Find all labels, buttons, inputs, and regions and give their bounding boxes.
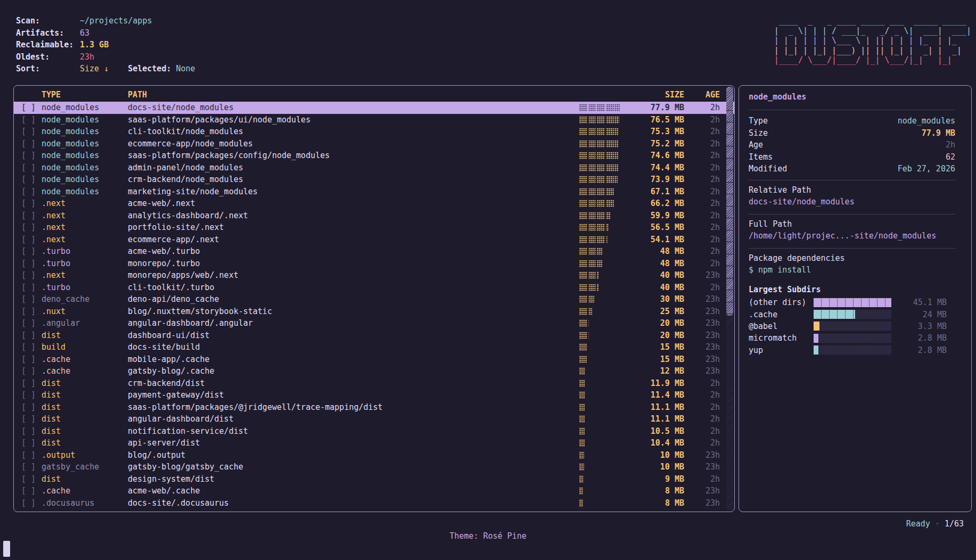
subdir-value: 2.8 MB — [891, 333, 955, 343]
table-row[interactable]: [ ].cachegatsby-blog/.cache12 MB23h — [14, 365, 734, 377]
row-checkbox[interactable]: [ ] — [21, 318, 35, 328]
table-row[interactable]: [ ]node_modulescrm-backend/node_modules7… — [14, 174, 734, 186]
table-row[interactable]: [ ].docusaurusdocs-site/.docusaurus8 MB2… — [14, 497, 734, 509]
table-row[interactable]: [ ]node_modulessaas-platform/packages/co… — [14, 150, 734, 162]
row-checkbox[interactable]: [ ] — [21, 187, 35, 196]
table-row[interactable]: [ ]node_modulesdocs-site/node_modules77.… — [14, 102, 734, 114]
row-checkbox[interactable]: [ ] — [21, 331, 35, 340]
column-header-type[interactable]: TYPE — [42, 90, 121, 100]
row-checkbox[interactable]: [ ] — [21, 307, 35, 316]
table-row[interactable]: [ ]deno_cachedeno-api/deno_cache30 MB23h — [14, 293, 734, 306]
table-row[interactable]: [ ].outputblog/.output10 MB23h — [14, 449, 734, 462]
row-size: 30 MB — [631, 294, 684, 304]
table-row[interactable]: [ ].nextmonorepo/apps/web/.next40 MB23h — [14, 269, 734, 282]
row-checkbox[interactable]: [ ] — [21, 127, 35, 136]
table-rows: [ ]node_modulesdocs-site/node_modules77.… — [14, 102, 734, 509]
row-checkbox[interactable]: [ ] — [21, 175, 35, 184]
row-checkbox[interactable]: [ ] — [21, 223, 35, 232]
row-checkbox[interactable]: [ ] — [21, 103, 35, 112]
row-path: acme-web/.turbo — [128, 246, 573, 256]
table-row[interactable]: [ ].nextanalytics-dashboard/.next59.9 MB… — [14, 210, 734, 222]
table-row[interactable]: [ ]builddocs-site/build15 MB23h — [14, 341, 734, 353]
table-row[interactable]: [ ]distnotification-service/dist10.5 MB2… — [14, 425, 734, 438]
row-checkbox[interactable]: [ ] — [21, 355, 35, 364]
ascii-logo-line: | _ \| | | / ___|_ _/ _ \| ___| ___| — [774, 26, 971, 36]
scan-stat-label: Scan: — [16, 16, 80, 26]
table-row[interactable]: [ ]distcrm-backend/dist11.9 MB2h — [14, 377, 734, 390]
row-checkbox[interactable]: [ ] — [21, 151, 35, 160]
row-checkbox[interactable]: [ ] — [21, 378, 35, 388]
subdir-row: (other dirs)45.1 MB — [749, 297, 955, 308]
divider — [749, 248, 955, 249]
row-checkbox[interactable]: [ ] — [21, 294, 35, 304]
table-row[interactable]: [ ]node_modulesadmin-panel/node_modules7… — [14, 162, 734, 174]
table-row[interactable]: [ ]distangular-dashboard/dist11.1 MB2h — [14, 413, 734, 425]
table-row[interactable]: [ ].nextecommerce-app/.next54.1 MB2h — [14, 234, 734, 246]
table-row[interactable]: [ ].turbomonorepo/.turbo48 MB2h — [14, 258, 734, 270]
table-row[interactable]: [ ]distdesign-system/dist9 MB2h — [14, 473, 734, 485]
table-row[interactable]: [ ]distdashboard-ui/dist20 MB23h — [14, 330, 734, 342]
table-row[interactable]: [ ].cachemobile-app/.cache15 MB23h — [14, 353, 734, 366]
table-row[interactable]: [ ].cacheacme-web/.cache8 MB23h — [14, 485, 734, 497]
row-checkbox[interactable]: [ ] — [21, 486, 35, 496]
table-row[interactable]: [ ].turbocli-toolkit/.turbo40 MB2h — [14, 282, 734, 294]
row-checkbox[interactable]: [ ] — [21, 139, 35, 149]
table-row[interactable]: [ ]node_modulescli-toolkit/node_modules7… — [14, 126, 734, 138]
row-type: gatsby_cache — [42, 462, 121, 472]
table-row[interactable]: [ ].turboacme-web/.turbo48 MB2h — [14, 245, 734, 258]
row-checkbox[interactable]: [ ] — [21, 390, 35, 400]
scrollbar-thumb[interactable] — [726, 87, 733, 316]
row-size: 66.2 MB — [631, 199, 684, 208]
row-checkbox[interactable]: [ ] — [21, 235, 35, 244]
details-title: node_modules — [749, 92, 955, 105]
row-checkbox[interactable]: [ ] — [21, 259, 35, 268]
details-field-value: 2h — [946, 140, 955, 150]
row-size-bar — [579, 403, 585, 411]
row-checkbox[interactable]: [ ] — [21, 438, 35, 448]
table-row[interactable]: [ ].nextacme-web/.next66.2 MB2h — [14, 197, 734, 210]
row-age: 2h — [691, 211, 720, 220]
row-checkbox[interactable]: [ ] — [21, 498, 35, 508]
row-checkbox[interactable]: [ ] — [21, 366, 35, 376]
table-row[interactable]: [ ]distpayment-gateway/dist11.4 MB2h — [14, 389, 734, 401]
row-size-bar — [579, 415, 585, 423]
row-type: node_modules — [42, 163, 121, 172]
row-type: dist — [42, 474, 121, 484]
row-checkbox[interactable]: [ ] — [21, 462, 35, 472]
column-header-size[interactable]: SIZE — [631, 90, 684, 100]
status-ready-line: Ready · 1/63 — [906, 519, 964, 531]
table-row[interactable]: [ ].nextportfolio-site/.next56.5 MB2h — [14, 221, 734, 234]
row-checkbox[interactable]: [ ] — [21, 283, 35, 292]
row-checkbox[interactable]: [ ] — [21, 402, 35, 412]
row-checkbox[interactable]: [ ] — [21, 414, 35, 424]
deps-command: $ npm install — [749, 265, 955, 277]
row-checkbox[interactable]: [ ] — [21, 450, 35, 460]
row-checkbox[interactable]: [ ] — [21, 474, 35, 484]
row-checkbox[interactable]: [ ] — [21, 342, 35, 352]
row-checkbox[interactable]: [ ] — [21, 163, 35, 172]
table-row[interactable]: [ ]distsaas-platform/packages/@jridgewel… — [14, 401, 734, 414]
table-row[interactable]: [ ]node_modulessaas-platform/packages/ui… — [14, 114, 734, 126]
table-row[interactable]: [ ].nuxtblog/.nuxttem/storybook-static25… — [14, 306, 734, 318]
row-checkbox[interactable]: [ ] — [21, 115, 35, 125]
row-checkbox[interactable]: [ ] — [21, 199, 35, 208]
table-row[interactable]: [ ]node_modulesmarketing-site/node_modul… — [14, 186, 734, 198]
row-type: .cache — [42, 355, 121, 364]
row-type: .next — [42, 223, 121, 232]
row-checkbox[interactable]: [ ] — [21, 270, 35, 280]
table-row[interactable]: [ ].angularangular-dashboard/.angular20 … — [14, 317, 734, 330]
row-age: 23h — [691, 462, 720, 472]
row-age: 23h — [691, 355, 720, 364]
table-row[interactable]: [ ]gatsby_cachegatsby-blog/gatsby_cache1… — [14, 461, 734, 473]
row-checkbox[interactable]: [ ] — [21, 211, 35, 220]
table-row[interactable]: [ ]distapi-server/dist10.4 MB2h — [14, 437, 734, 449]
scan-stat-line: Scan:~/projects/apps — [16, 15, 195, 27]
column-header-age[interactable]: AGE — [691, 90, 720, 100]
row-size: 10 MB — [631, 450, 684, 460]
row-checkbox[interactable]: [ ] — [21, 246, 35, 256]
table-scrollbar[interactable] — [726, 87, 733, 510]
row-checkbox[interactable]: [ ] — [21, 426, 35, 436]
row-size-bar — [579, 319, 589, 327]
column-header-path[interactable]: PATH — [128, 90, 573, 100]
table-row[interactable]: [ ]node_modulesecommerce-app/node_module… — [14, 138, 734, 150]
